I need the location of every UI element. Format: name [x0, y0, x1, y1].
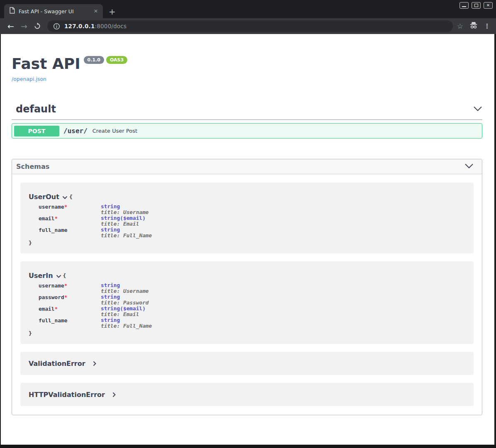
- prop-name: email: [39, 215, 55, 222]
- prop-meta: title: Email: [101, 221, 465, 227]
- prop-type: string($email): [101, 306, 465, 312]
- model-name: UserOut: [29, 193, 59, 201]
- api-title-row: Fast API 0.1.0 OAS3: [12, 55, 482, 72]
- prop-meta: title: Full_Name: [101, 233, 465, 239]
- prop-meta: title: Username: [101, 209, 465, 215]
- prop-type: string: [101, 227, 465, 233]
- url-bar[interactable]: 127.0.0.1:8000/docs: [47, 20, 453, 32]
- required-star: *: [64, 294, 68, 300]
- open-brace: {: [63, 273, 66, 279]
- required-star: *: [64, 282, 68, 289]
- required-star: *: [55, 215, 58, 222]
- openapi-spec-link[interactable]: /openapi.json: [12, 76, 46, 82]
- prop-meta: title: Password: [101, 300, 465, 306]
- model-validationerror[interactable]: ValidationError: [20, 352, 474, 375]
- reload-button[interactable]: [32, 20, 43, 32]
- prop-name: username: [39, 204, 64, 210]
- minimize-icon: [462, 6, 466, 7]
- collapse-chevron-icon[interactable]: [473, 105, 482, 113]
- url-path: :8000/docs: [95, 23, 127, 29]
- model-props: username* stringtitle: Username email* s…: [29, 204, 465, 239]
- document-favicon-icon: [9, 7, 15, 15]
- prop-row-email: email* string($email)title: Email: [29, 215, 465, 227]
- api-info-block: Fast API 0.1.0 OAS3 /openapi.json: [12, 55, 482, 83]
- schemas-title: Schemas: [16, 163, 49, 170]
- chevron-right-icon: [93, 360, 97, 368]
- prop-type: string: [101, 282, 465, 288]
- maximize-icon: [474, 4, 478, 7]
- close-icon: ✕: [486, 3, 490, 7]
- window-bottom-border: [0, 445, 496, 448]
- browser-window: Fast API - Swagger UI ✕ + ✕ ← → 127.0.0.…: [0, 0, 496, 448]
- model-name: HTTPValidationError: [29, 391, 105, 399]
- minimize-button[interactable]: [460, 2, 469, 9]
- maximize-button[interactable]: [472, 2, 481, 9]
- schemas-header[interactable]: Schemas: [12, 159, 482, 174]
- tab-title: Fast API - Swagger UI: [19, 8, 92, 15]
- close-brace: }: [29, 330, 465, 336]
- incognito-icon[interactable]: [469, 21, 478, 31]
- site-info-icon[interactable]: [53, 23, 60, 30]
- forward-button[interactable]: →: [18, 20, 30, 32]
- method-badge: POST: [14, 126, 59, 136]
- tab-fast-api[interactable]: Fast API - Swagger UI ✕: [4, 4, 103, 18]
- operation-path: /user/: [63, 127, 88, 135]
- browser-menu-icon[interactable]: ⋮: [484, 22, 490, 30]
- version-badge: 0.1.0: [84, 56, 104, 64]
- prop-type: string: [101, 317, 465, 323]
- prop-type: string: [101, 294, 465, 300]
- prop-name: full_name: [39, 317, 67, 324]
- opblock-post-user[interactable]: POST /user/ Create User Post: [12, 123, 482, 139]
- prop-type: string: [101, 204, 465, 209]
- prop-name: full_name: [39, 227, 67, 233]
- prop-type: string($email): [101, 215, 465, 221]
- browser-toolbar: ← → 127.0.0.1:8000/docs ☆ ⋮: [0, 18, 496, 34]
- prop-meta: title: Email: [101, 312, 465, 317]
- chevron-down-icon: [62, 193, 68, 201]
- prop-row-email: email* string($email)title: Email: [29, 306, 465, 317]
- prop-name: username: [39, 282, 64, 289]
- prop-row-password: password* stringtitle: Password: [29, 294, 465, 306]
- api-title: Fast API: [12, 55, 80, 72]
- url-text: 127.0.0.1:8000/docs: [64, 23, 126, 29]
- required-star: *: [55, 306, 58, 312]
- prop-meta: title: Username: [101, 288, 465, 294]
- window-controls: ✕: [460, 2, 493, 9]
- url-host: 127.0.0.1: [64, 23, 95, 29]
- prop-row-full-name: full_name stringtitle: Full_Name: [29, 227, 465, 239]
- close-button[interactable]: ✕: [484, 2, 493, 9]
- oas3-badge: OAS3: [106, 56, 127, 64]
- chevron-right-icon: [112, 391, 116, 399]
- tag-section-default: default POST /user/ Create User Post: [12, 103, 482, 139]
- model-userin: UserIn { username* stringtitle: Username…: [20, 261, 474, 344]
- schemas-body: UserOut { username* stringtitle: Usernam…: [12, 174, 482, 415]
- model-userout: UserOut { username* stringtitle: Usernam…: [20, 183, 474, 253]
- tab-close-icon[interactable]: ✕: [92, 7, 100, 15]
- swagger-page: Fast API 0.1.0 OAS3 /openapi.json defaul…: [1, 34, 494, 445]
- prop-meta: title: Full_Name: [101, 323, 465, 329]
- model-props: username* stringtitle: Username password…: [29, 282, 465, 329]
- toolbar-right: ☆ ⋮: [457, 21, 490, 31]
- prop-name: password: [39, 294, 64, 300]
- open-brace: {: [69, 194, 73, 200]
- prop-row-full-name: full_name stringtitle: Full_Name: [29, 317, 465, 329]
- back-button[interactable]: ←: [5, 20, 17, 32]
- collapse-chevron-icon[interactable]: [464, 163, 474, 170]
- operation-summary: Create User Post: [92, 128, 137, 134]
- tag-title: default: [12, 103, 56, 115]
- model-name: UserIn: [29, 272, 53, 280]
- tag-header-row[interactable]: default: [12, 103, 482, 115]
- prop-row-username: username* stringtitle: Username: [29, 282, 465, 294]
- model-toggle-userin[interactable]: UserIn {: [29, 271, 465, 280]
- bookmark-star-icon[interactable]: ☆: [457, 22, 463, 30]
- model-name: ValidationError: [29, 360, 85, 368]
- model-toggle-userout[interactable]: UserOut {: [29, 192, 465, 201]
- tag-divider: [12, 119, 482, 120]
- required-star: *: [64, 204, 68, 210]
- prop-name: email: [39, 306, 55, 312]
- model-httpvalidationerror[interactable]: HTTPValidationError: [20, 383, 474, 406]
- new-tab-button[interactable]: +: [109, 7, 116, 16]
- prop-row-username: username* stringtitle: Username: [29, 204, 465, 215]
- close-brace: }: [29, 240, 465, 246]
- chevron-down-icon: [56, 272, 61, 280]
